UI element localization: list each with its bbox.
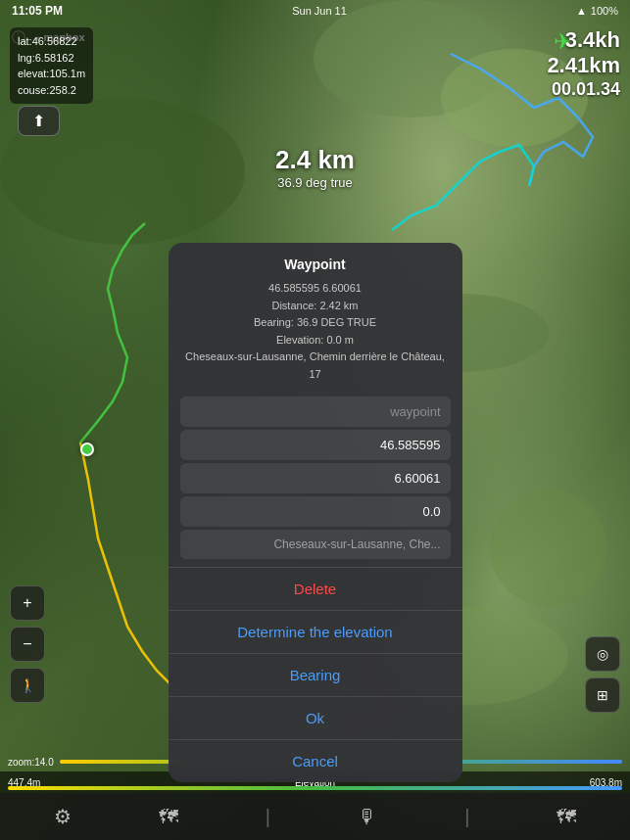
bottom-bar: ⚙ 🗺 | 🎙 | 🗺 [0, 793, 630, 840]
map-icon-1[interactable]: 🗺 [159, 806, 178, 828]
gps-info-panel: lat:46.56822 lng:6.58162 elevat:105.1m c… [10, 27, 93, 104]
zoom-in-button[interactable]: + [10, 585, 45, 621]
status-date: Sun Jun 11 [292, 5, 347, 17]
upload-button[interactable]: ⬆ [18, 106, 60, 136]
dialog-bearing: Bearing: 36.9 DEG TRUE [254, 316, 376, 328]
lng-display: lng:6.58162 [18, 50, 85, 67]
divider-1: | [266, 806, 270, 828]
stats-panel: 3.4kh 2.41km 00.01.34 [547, 27, 620, 100]
time-stat: 00.01.34 [547, 79, 620, 101]
divider-2: | [464, 806, 469, 828]
upload-icon: ⬆ [32, 113, 45, 129]
layers-icon[interactable]: ⊞ [585, 677, 620, 713]
zoom-label: zoom:14.0 [8, 757, 54, 768]
waypoint-lat-input[interactable] [180, 430, 451, 460]
dialog-elevation-info: Elevation: 0.0 m [276, 334, 354, 346]
speed-stat: 3.4kh [547, 27, 620, 53]
dialog-title: Waypoint [169, 243, 462, 280]
distance-main: 2.4 km [275, 145, 355, 175]
walk-icon[interactable]: 🚶 [10, 668, 45, 703]
location-dot [80, 443, 94, 456]
cancel-button[interactable]: Cancel [169, 740, 462, 782]
waypoint-lng-input[interactable] [180, 463, 451, 493]
bearing-button[interactable]: Bearing [169, 654, 462, 697]
dialog-distance: Distance: 2.42 km [271, 300, 358, 311]
battery-label: 100% [591, 5, 618, 17]
delete-button[interactable]: Delete [169, 568, 462, 611]
ok-button[interactable]: Ok [169, 697, 462, 740]
lat-display: lat:46.56822 [18, 33, 85, 50]
compass-icon[interactable]: ◎ [585, 636, 620, 672]
microphone-icon[interactable]: 🎙 [358, 806, 377, 828]
right-map-buttons: ◎ ⊞ [585, 636, 620, 713]
center-distance-label: 2.4 km 36.9 deg true [275, 145, 355, 190]
distance-sub: 36.9 deg true [275, 175, 355, 190]
course-display: couse:258.2 [18, 82, 85, 99]
wifi-icon: ▲ [576, 5, 587, 17]
left-map-buttons: + − 🚶 [10, 585, 45, 703]
waypoint-name-input[interactable] [180, 397, 451, 427]
dialog-address-full: Cheseaux-sur-Lausanne, Chemin derrière l… [185, 350, 445, 380]
distance-stat: 2.41km [547, 53, 620, 78]
waypoint-elevation-input[interactable] [180, 496, 451, 527]
status-bar: 11:05 PM Sun Jun 11 ▲ 100% [0, 0, 630, 22]
dialog-coords: 46.585595 6.60061 [268, 282, 362, 294]
waypoint-dialog: Waypoint 46.585595 6.60061 Distance: 2.4… [169, 243, 462, 782]
zoom-out-button[interactable]: − [10, 627, 45, 662]
waypoint-address-input[interactable] [180, 530, 451, 559]
elevat-display: elevat:105.1m [18, 66, 85, 82]
map-icon-2[interactable]: 🗺 [557, 806, 576, 828]
elevation-gradient [8, 786, 622, 790]
dialog-info: 46.585595 6.60061 Distance: 2.42 km Bear… [169, 280, 462, 394]
terrain-patch [490, 490, 607, 607]
status-time: 11:05 PM [12, 4, 63, 18]
status-right: ▲ 100% [576, 5, 618, 17]
settings-icon[interactable]: ⚙ [54, 805, 72, 828]
determine-elevation-button[interactable]: Determine the elevation [169, 611, 462, 654]
